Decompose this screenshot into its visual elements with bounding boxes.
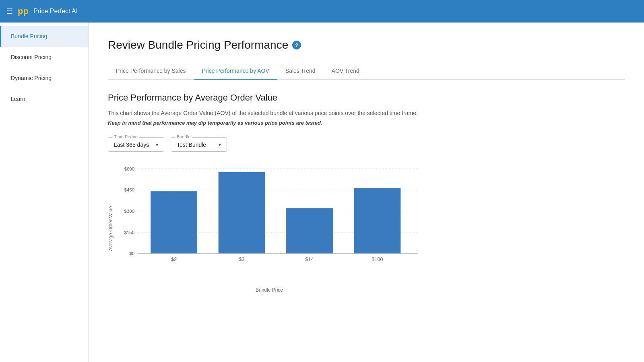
svg-text:$0: $0 xyxy=(129,251,134,256)
bar-3 xyxy=(286,208,333,254)
hamburger-icon[interactable]: ☰ xyxy=(6,7,13,16)
help-icon[interactable]: ? xyxy=(292,41,301,49)
time-period-filter[interactable]: Time Period Last 365 days ▾ xyxy=(108,137,164,152)
top-nav: ☰ pp Price Perfect AI xyxy=(0,0,644,23)
chart-area: Average Order Value $600 $450 $300 $150 xyxy=(108,165,422,293)
logo-icon: pp xyxy=(18,6,29,16)
bar-1 xyxy=(151,191,197,254)
x-axis-label: Bundle Price xyxy=(117,287,422,293)
bundle-label: Bundle xyxy=(175,134,192,139)
chart-inner: $600 $450 $300 $150 $0 $2 $3 xyxy=(117,165,422,293)
page-title: Review Bundle Pricing Performance ? xyxy=(108,39,625,51)
sidebar: Bundle Pricing Discount Pricing Dynamic … xyxy=(0,23,89,362)
tab-aov-trend[interactable]: AOV Trend xyxy=(324,63,367,80)
svg-text:$100: $100 xyxy=(372,257,383,262)
svg-text:$2: $2 xyxy=(171,257,177,262)
tab-sales-trend[interactable]: Sales Trend xyxy=(277,63,324,80)
time-period-label: Time Period xyxy=(112,134,139,139)
section-title: Price Performance by Average Order Value xyxy=(108,93,625,103)
svg-text:$450: $450 xyxy=(124,188,134,193)
svg-text:$150: $150 xyxy=(124,230,134,235)
chevron-down-icon: ▾ xyxy=(219,142,221,148)
tab-price-by-aov[interactable]: Price Performance by AOV xyxy=(194,63,277,80)
filters: Time Period Last 365 days ▾ Bundle Test … xyxy=(108,137,625,152)
sidebar-item-learn[interactable]: Learn xyxy=(0,88,88,109)
sidebar-item-bundle-pricing[interactable]: Bundle Pricing xyxy=(0,26,88,47)
time-period-select[interactable]: Last 365 days ▾ xyxy=(114,140,158,148)
bar-2 xyxy=(219,172,265,253)
chevron-down-icon: ▾ xyxy=(156,142,158,148)
bar-chart: $600 $450 $300 $150 $0 $2 $3 xyxy=(117,165,422,283)
section-note: Keep in mind that performance may dip te… xyxy=(108,120,625,126)
svg-text:$600: $600 xyxy=(124,167,134,171)
bundle-select[interactable]: Test Bundle ▾ xyxy=(177,140,221,148)
section-description: This chart shows the Average Order Value… xyxy=(108,109,625,117)
svg-text:$300: $300 xyxy=(124,209,134,214)
svg-text:$3: $3 xyxy=(239,257,245,262)
sidebar-item-discount-pricing[interactable]: Discount Pricing xyxy=(0,47,88,68)
svg-text:$14: $14 xyxy=(305,257,314,262)
body-layout: Bundle Pricing Discount Pricing Dynamic … xyxy=(0,23,644,362)
sidebar-item-dynamic-pricing[interactable]: Dynamic Pricing xyxy=(0,68,88,88)
main-content: Review Bundle Pricing Performance ? Pric… xyxy=(89,23,644,362)
tab-price-by-sales[interactable]: Price Performance by Sales xyxy=(108,63,194,80)
bundle-filter[interactable]: Bundle Test Bundle ▾ xyxy=(171,137,227,152)
chart-container: Average Order Value $600 $450 $300 $150 xyxy=(108,165,422,293)
bar-4 xyxy=(354,188,401,253)
tabs: Price Performance by Sales Price Perform… xyxy=(108,63,625,80)
y-axis-label: Average Order Value xyxy=(108,165,114,293)
app-title: Price Perfect AI xyxy=(33,8,78,15)
